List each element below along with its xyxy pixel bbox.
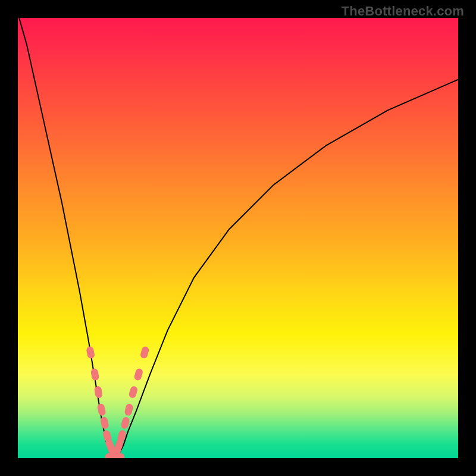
- bead-left-5: [102, 430, 112, 443]
- bead-left-7: [107, 444, 118, 458]
- bead-left-4: [100, 416, 109, 430]
- bead-right-2: [117, 430, 127, 443]
- bead-markers: [86, 346, 149, 458]
- bead-right-5: [128, 386, 138, 399]
- bead-left-0: [86, 346, 95, 359]
- bead-right-4: [124, 403, 133, 416]
- branding-watermark: TheBottleneck.com: [342, 4, 464, 19]
- bottleneck-curve: [18, 18, 458, 458]
- bead-right-7: [140, 346, 150, 359]
- chart-container: TheBottleneck.com: [0, 0, 476, 476]
- curve-canvas: [18, 18, 458, 458]
- bead-left-6: [104, 438, 115, 452]
- bead-bottom-1: [108, 453, 121, 458]
- bead-right-3: [120, 416, 130, 430]
- plot-area: [18, 18, 458, 458]
- bead-right-1: [114, 438, 124, 452]
- bead-bottom-2: [111, 453, 124, 458]
- curve-right-branch: [115, 80, 458, 458]
- bead-left-1: [90, 368, 100, 381]
- bead-left-3: [96, 403, 106, 416]
- curve-left-branch: [18, 18, 115, 458]
- bead-right-0: [112, 445, 123, 458]
- bead-right-6: [133, 368, 143, 381]
- bead-bottom-0: [105, 453, 118, 458]
- bead-left-2: [94, 386, 103, 399]
